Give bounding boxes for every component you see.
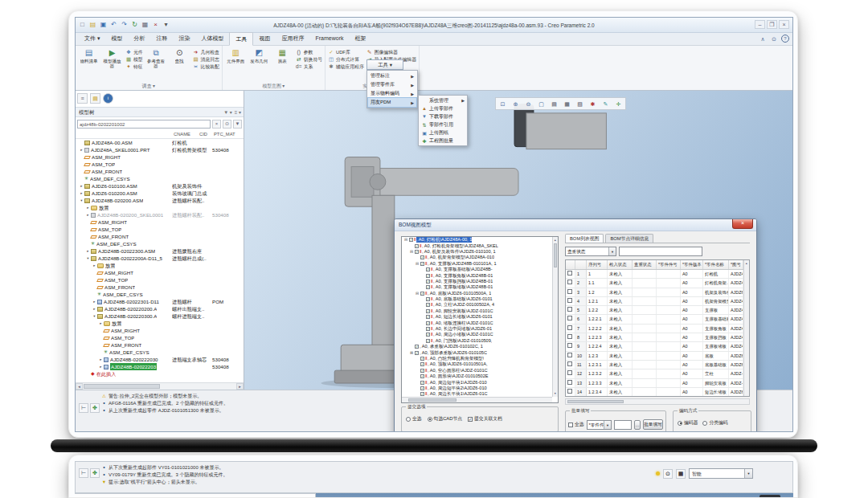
batch-fill-button[interactable]: 批量填写 (643, 419, 663, 430)
menu-item-drawing-batch[interactable]: ✚工程图批量 (420, 137, 466, 145)
view-manager-icon[interactable]: ▧ (574, 99, 586, 108)
geometry-check-button[interactable]: ➜几何检查 (193, 49, 219, 55)
model-tree-row[interactable]: ✳ASM_DEF_CSYS (76, 240, 244, 247)
repaint-icon[interactable]: ▢ (535, 99, 547, 108)
batch-field-select[interactable]: *零件件号▼ (587, 420, 612, 430)
menu-item-download-parts[interactable]: ▼下载零部件 (420, 112, 466, 120)
bom-tree-item[interactable]: ✓‖, A0, 顶板\AJDZ6-01010501A, (402, 361, 552, 367)
menu-item-upload-drawing[interactable]: ▣上传图纸 (420, 129, 466, 137)
checkbox-icon[interactable]: ✓ (426, 327, 430, 331)
tab-manikin[interactable]: 人体模型 (195, 32, 229, 46)
model-tree-row[interactable]: ✳ASM_DEF_CSYS (76, 349, 244, 356)
close-icon[interactable]: × (151, 19, 160, 31)
expand-icon[interactable]: ▸ (85, 247, 91, 255)
ribbon-group-label[interactable]: 调查 ▾ (76, 83, 222, 90)
datum-display-filters-icon[interactable]: ✱ (587, 99, 599, 108)
model-tree-row[interactable]: ▸AJDZ48B-02022300.ASM进瓶拨瓶右座 (76, 247, 244, 255)
model-tree-row[interactable]: ASM_RIGHT (76, 269, 244, 276)
bom-column-header[interactable]: *图号 (729, 260, 743, 269)
open-icon[interactable]: ▤ (88, 19, 97, 31)
checkbox-icon[interactable]: ✓ (420, 369, 424, 373)
bom-tree-item[interactable]: ✓‖, A0, 门挡板\AJDZ-01010509, (402, 338, 552, 344)
bom-tree-item[interactable]: ✓‖, A0, 支撑板基础板\AJDZ48B- (402, 267, 552, 272)
checkbox-icon[interactable]: ✓ (415, 250, 419, 254)
tab-tools[interactable]: 工具 (229, 32, 253, 46)
expand-icon[interactable]: ▾ (92, 312, 97, 320)
model-tree-row[interactable]: ▸AJDZ48B-020220200.A螺杆出瓶端支.. (76, 305, 244, 312)
menu-item-part-reference[interactable]: ⇅零部件引用 (420, 120, 466, 129)
udf-library-button[interactable]: ✓UDF库 (328, 49, 364, 55)
checkbox-icon[interactable]: ✓ (426, 315, 430, 319)
scroll-thumb[interactable] (84, 384, 160, 389)
checkbox-icon[interactable]: ✓ (420, 292, 424, 296)
switch-symbols-button[interactable]: ⇄切换符号 (296, 56, 322, 63)
checkbox-icon[interactable]: ✓ (426, 333, 430, 337)
tab-applications[interactable]: 应用程序 (276, 32, 309, 46)
dialog-close-icon[interactable]: × (732, 219, 753, 229)
expand-icon[interactable]: ▸ (79, 146, 84, 153)
component-button[interactable]: ❖元件 (125, 49, 143, 55)
model-tree-row[interactable]: ASM_FRONT (76, 233, 244, 240)
bom-column-header[interactable] (575, 260, 587, 269)
model-tree-row[interactable]: ASM_FRONT (76, 341, 244, 349)
bom-column-header[interactable]: 查重状态 (633, 260, 657, 269)
model-tree-row[interactable]: ASM_RIGHT (76, 153, 244, 161)
model-tree-row[interactable]: ASM_FRONT (76, 284, 244, 291)
bom-tree-item[interactable]: ⊟✓‖, A0, 底板\AJDZ6-01010500A, 1 (402, 291, 552, 296)
tree-columns-icon[interactable]: ≡ (77, 93, 88, 104)
expand-icon[interactable]: ▸ (85, 211, 91, 218)
row-checkbox[interactable] (567, 334, 572, 339)
row-checkbox[interactable] (567, 280, 572, 284)
tab-frame[interactable]: 框架 (349, 32, 371, 46)
bom-table-row[interactable]: 91.2.2.4未检入A0支撑板堵板AJDZ4 (566, 342, 749, 351)
row-checkbox[interactable] (567, 307, 572, 312)
model-tree-row[interactable]: ASM_TOP (76, 276, 244, 284)
expand-icon[interactable]: ▸ (92, 305, 97, 312)
checkbox-提交关联文档[interactable]: ✓提交关联文档 (468, 415, 502, 422)
scroll-thumb[interactable] (408, 398, 457, 402)
bom-table-row[interactable]: 11未检入A0灯检机AJDZ4 (566, 270, 749, 279)
refit-icon[interactable]: ⊡ (497, 99, 509, 108)
menu-item-upload-parts[interactable]: ▲上传零部件 (420, 104, 466, 112)
bom-tree-item[interactable]: ✓, A0, 承重板\AJDZ6-010102C, 1 (402, 344, 552, 349)
bom-tree-item[interactable]: ✓‖, A0, 圆形块\AJDZ-01010502E (402, 374, 552, 379)
bom-column-header[interactable]: *零件件号 (657, 260, 681, 269)
tab-view[interactable]: 视图 (253, 32, 276, 46)
bom-tree-item[interactable]: ✓‖, A0, 底板基础板\AJDZ6-0101 (402, 296, 552, 302)
tab-annotate[interactable]: 注释 (150, 32, 173, 46)
row-checkbox[interactable] (567, 361, 572, 366)
row-checkbox[interactable] (567, 289, 572, 294)
checkbox-icon[interactable]: ✓ (420, 381, 424, 385)
command-search-icon[interactable]: ⊙ (770, 35, 778, 43)
chevron-down-icon[interactable]: ▼ (744, 469, 752, 478)
scroll-right-icon[interactable]: ► (236, 383, 244, 390)
filter-icon[interactable]: ▼ ▾ (223, 108, 232, 116)
expand-icon[interactable]: ▸ (98, 363, 104, 370)
expand-icon[interactable]: ▸ (79, 182, 84, 190)
bom-tree-item[interactable]: ✓‖, A0, 空心圆形柱\AJDZ-0101C (402, 368, 552, 374)
close-button[interactable]: × (779, 20, 789, 29)
checkbox-icon[interactable]: ✓ (426, 285, 430, 289)
model-tree-row[interactable]: ▸放置 (76, 320, 244, 327)
find-button[interactable]: ⊙查找 (169, 47, 190, 68)
bom-column-header[interactable]: *零件版本 (681, 260, 703, 269)
model-tree-row[interactable]: ASM_RIGHT (76, 327, 244, 334)
family-table-button[interactable]: ▦族表 (272, 47, 293, 63)
model-tree-row[interactable]: ▸AJDZ48B-02022203530408 (76, 363, 244, 370)
bom-tree-item[interactable]: ✓‖, A0, 周边短平块1\AJDZ6-010 (402, 379, 552, 385)
radio-分类编码[interactable]: 分类编码 (702, 419, 727, 427)
display-style-icon[interactable]: ▤ (548, 99, 560, 108)
checkbox-icon[interactable]: ✓ (420, 255, 424, 259)
reference-viewer-button[interactable]: ⧉参考查看器 (145, 47, 167, 68)
help-icon[interactable]: ? (781, 35, 789, 43)
windows-icon[interactable]: ▦ (141, 19, 149, 31)
scroll-thumb[interactable] (567, 400, 624, 403)
minimize-button[interactable]: – (755, 20, 765, 29)
model-tree-row[interactable]: ▸AJDZ48B-020222030进瓶端支承轴芯530408 (76, 356, 244, 363)
expand-icon[interactable]: ⊟ (403, 237, 408, 243)
bom-tree-vscrollbar[interactable]: ▲ ▼ (552, 237, 558, 397)
component-interface-button[interactable]: ▥元件界面 (225, 47, 247, 63)
model-tree-row[interactable]: ▸AJDZ6-010200.ASM装饰玻璃门总成 (76, 190, 244, 197)
relations-button[interactable]: d=关系 (296, 63, 322, 70)
undo-icon[interactable]: ↶ (109, 19, 118, 31)
